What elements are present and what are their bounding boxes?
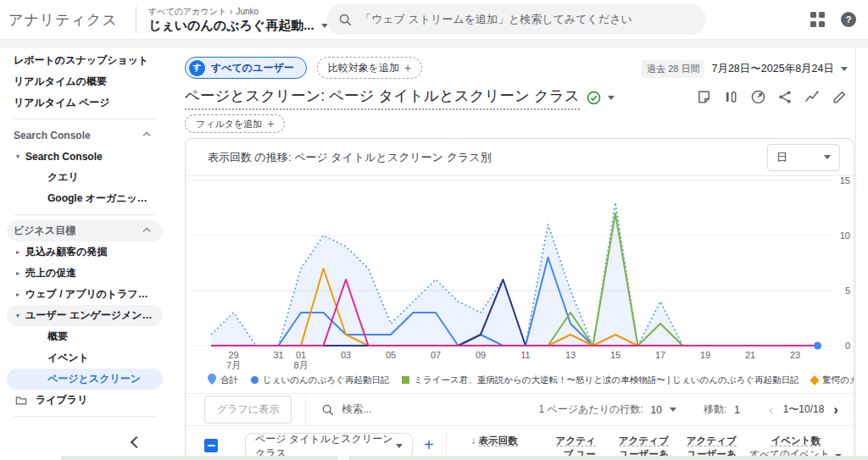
section-collapse-icon[interactable] <box>143 131 150 138</box>
breadcrumb-path: すべてのアカウント <box>148 6 226 18</box>
sidebar-item-library[interactable]: ライブラリ <box>7 390 163 411</box>
legend-item[interactable]: 驚愕のガソリン漏れ...と思いきや！真犯人はオ- <box>811 374 854 386</box>
chevron-right-icon: ▸ <box>10 269 25 277</box>
table-search-input[interactable]: 検索... <box>305 394 371 425</box>
sidebar-item-label: イベント <box>47 351 89 365</box>
sidebar-item-sales-promotion[interactable]: ▸売上の促進 <box>7 263 163 284</box>
analytics-logo[interactable]: アナリティクス <box>8 10 129 30</box>
sidebar-item-realtime-overview[interactable]: リアルタイムの概要 <box>7 71 163 92</box>
data-quality-check-icon[interactable] <box>587 91 601 105</box>
clipped-table-row <box>61 456 868 460</box>
help-icon[interactable]: ? <box>841 12 856 27</box>
sidebar-item-web-app-traffic[interactable]: ▸ウェブ / アプリのトラフィック... <box>7 284 163 305</box>
share-icon[interactable] <box>777 89 793 105</box>
table-header-row: ページ タイトルとスクリーン クラス + ↓表示回数アクティブ ユーアクティブユ… <box>186 425 854 460</box>
sidebar-divider <box>14 214 156 215</box>
legend-item[interactable]: ミライース君、重病説からの大逆転！〜怒りと涙の車検物語〜 | じぇいのんのぶろぐ… <box>402 374 798 386</box>
table-controls: グラフに表示 検索... 1 ページあたりの行数: 10 移動: 1 ‹ <box>186 393 854 425</box>
timeseries-chart: 051015297月31018月0305070911131517192123 <box>186 176 854 373</box>
sidebar-item-label: ユーザー エンゲージメントと... <box>25 308 156 323</box>
next-page-icon[interactable]: › <box>832 402 840 418</box>
apps-grid-icon[interactable] <box>810 12 826 27</box>
gauge-icon[interactable] <box>750 89 766 105</box>
sidebar-item-label: 売上の促進 <box>25 266 76 280</box>
sidebar-item-label: ビジネス目標 <box>14 224 75 238</box>
show-on-chart-button[interactable]: グラフに表示 <box>204 396 292 424</box>
x-tick-label: 23 <box>790 350 800 360</box>
sidebar-item-reports-snapshot[interactable]: レポートのスナップショット <box>7 50 163 71</box>
plus-icon: + <box>267 117 274 130</box>
y-tick-label: 15 <box>840 176 850 186</box>
audience-chip[interactable]: す すべてのユーザー <box>185 57 307 79</box>
sidebar-item-lead-generation[interactable]: ▸見込み顧客の発掘 <box>7 241 163 263</box>
main-content: す すべてのユーザー 比較対象を追加 + 過去 28 日間 7月28日〜2025… <box>170 48 868 460</box>
granularity-select[interactable]: 日 <box>767 144 840 171</box>
sidebar-item-label: クエリ <box>47 170 79 185</box>
audience-chip-label: すべてのユーザー <box>211 61 294 75</box>
sidebar-item-user-engagement[interactable]: ▾ユーザー エンゲージメントと... <box>7 305 163 326</box>
legend-label: じぇいのんのぶろぐ再起動日記 <box>263 374 389 386</box>
x-tick-month-label: 7月 <box>226 360 241 370</box>
x-tick-month-label: 8月 <box>293 360 308 370</box>
legend-item[interactable]: じぇいのんのぶろぐ再起動日記 <box>251 374 389 386</box>
legend-item[interactable]: 合計 <box>208 374 238 386</box>
sidebar-item-label: 見込み顧客の発掘 <box>25 245 108 259</box>
sidebar-item-label: リアルタイム ページ <box>14 96 110 110</box>
insights-icon[interactable] <box>804 89 821 105</box>
sidebar-item-google-organic-search[interactable]: Google オーガニック検索レ... <box>7 188 163 209</box>
add-filter-button[interactable]: フィルタを追加 + <box>185 114 285 133</box>
sidebar-item-realtime-pages[interactable]: リアルタイム ページ <box>7 92 163 114</box>
comparison-bars-icon[interactable] <box>723 89 739 105</box>
rows-per-page-value[interactable]: 10 <box>651 404 662 416</box>
legend-label: ミライース君、重病説からの大逆転！〜怒りと涙の車検物語〜 | じぇいのんのぶろぐ… <box>414 374 798 386</box>
sidebar-item-label: ウェブ / アプリのトラフィック... <box>25 287 156 302</box>
add-comparison-label: 比較対象を追加 <box>328 61 399 75</box>
sidebar-item-overview[interactable]: 概要 <box>7 326 163 347</box>
sidebar-item-search-console-section[interactable]: Search Console <box>7 125 163 146</box>
breadcrumb: すべてのアカウント › Junko <box>148 6 328 18</box>
notes-icon[interactable] <box>696 89 712 105</box>
date-range-selector[interactable]: 過去 28 日間 7月28日〜2025年8月24日 <box>642 60 848 78</box>
sort-desc-icon: ↓ <box>471 435 476 446</box>
sidebar-item-queries[interactable]: クエリ <box>7 167 163 188</box>
date-range-value: 7月28日〜2025年8月24日 <box>711 62 834 76</box>
legend-circle-icon <box>251 376 259 384</box>
select-all-checkbox[interactable] <box>204 439 218 452</box>
chevron-right-icon: ▸ <box>10 248 25 256</box>
sidebar-item-events[interactable]: イベント <box>7 347 163 369</box>
date-range-preset: 過去 28 日間 <box>642 60 704 78</box>
chevron-down-icon: ▾ <box>10 312 25 319</box>
x-tick-label: 21 <box>745 350 755 360</box>
rows-per-page-label: 1 ページあたりの行数: <box>539 402 643 417</box>
sidebar-item-label: Google オーガニック検索レ... <box>47 191 156 206</box>
global-search-input[interactable]: 「ウェブ ストリームを追加」と検索してみてください <box>326 4 706 35</box>
goto-page-value[interactable]: 1 <box>734 404 740 416</box>
legend-label: 合計 <box>220 374 238 386</box>
folder-icon <box>15 395 27 407</box>
search-icon <box>321 403 334 416</box>
sidebar-item-search-console[interactable]: ▾Search Console <box>7 146 163 167</box>
sidebar-item-label: Search Console <box>14 130 91 141</box>
dimension-caret-icon <box>396 444 403 448</box>
add-column-button[interactable]: + <box>424 435 434 455</box>
rows-per-page-caret-icon[interactable] <box>670 407 676 412</box>
sidebar-item-label: Search Console <box>25 151 103 163</box>
account-breadcrumb-block[interactable]: すべてのアカウント › Junko じぇいのんのぶろぐ再起動... <box>136 6 328 34</box>
collapse-sidebar-icon[interactable] <box>131 436 142 448</box>
property-name[interactable]: じぇいのんのぶろぐ再起動... <box>148 18 314 34</box>
prev-page-icon: ‹ <box>767 402 776 418</box>
add-filter-label: フィルタを追加 <box>196 118 262 130</box>
header-divider-band <box>0 39 868 48</box>
add-comparison-button[interactable]: 比較対象を追加 + <box>317 57 422 79</box>
edit-pencil-icon[interactable] <box>832 89 848 105</box>
page-title[interactable]: ページとスクリーン: ページ タイトルとスクリーン クラス <box>185 86 580 110</box>
sidebar-divider <box>14 416 156 417</box>
sidebar-item-label: ライブラリ <box>36 393 87 407</box>
legend-square-icon <box>402 376 409 384</box>
sidebar-item-business-goals-section[interactable]: ビジネス目標 <box>7 220 163 241</box>
sidebar-item-pages-and-screens[interactable]: ページとスクリーン <box>7 369 163 390</box>
sidebar-nav: レポートのスナップショットリアルタイムの概要リアルタイム ページSearch C… <box>0 50 170 417</box>
report-caret-icon[interactable] <box>608 96 615 100</box>
section-collapse-icon[interactable] <box>143 227 150 234</box>
top-app-bar: アナリティクス すべてのアカウント › Junko じぇいのんのぶろぐ再起動..… <box>0 0 868 39</box>
